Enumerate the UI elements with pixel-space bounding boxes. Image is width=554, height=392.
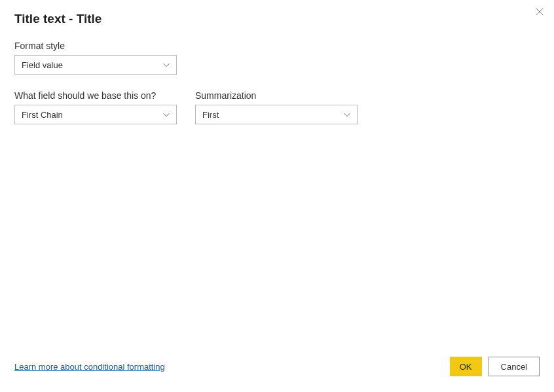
base-field-value: First Chain — [22, 110, 63, 120]
format-style-value: Field value — [22, 60, 63, 70]
format-style-group: Format style Field value — [14, 41, 540, 75]
close-icon — [535, 7, 544, 19]
base-field-label: What field should we base this on? — [14, 90, 177, 101]
summarization-label: Summarization — [195, 90, 358, 101]
format-style-label: Format style — [14, 41, 540, 51]
summarization-group: Summarization First — [195, 90, 358, 124]
base-field-group: What field should we base this on? First… — [14, 90, 177, 124]
learn-more-link[interactable]: Learn more about conditional formatting — [14, 362, 165, 372]
field-row: What field should we base this on? First… — [14, 90, 540, 124]
footer-buttons: OK Cancel — [450, 357, 540, 376]
chevron-down-icon — [162, 60, 171, 69]
dialog-footer: Learn more about conditional formatting … — [14, 357, 540, 376]
base-field-dropdown[interactable]: First Chain — [14, 105, 177, 124]
dialog-container: Title text - Title Format style Field va… — [0, 0, 554, 392]
chevron-down-icon — [162, 110, 171, 119]
summarization-dropdown[interactable]: First — [195, 105, 358, 124]
summarization-value: First — [202, 110, 219, 120]
chevron-down-icon — [342, 110, 352, 119]
dialog-title: Title text - Title — [14, 12, 540, 26]
ok-button[interactable]: OK — [450, 357, 482, 376]
close-button[interactable] — [533, 7, 546, 20]
cancel-button[interactable]: Cancel — [489, 357, 540, 376]
format-style-dropdown[interactable]: Field value — [14, 55, 177, 75]
